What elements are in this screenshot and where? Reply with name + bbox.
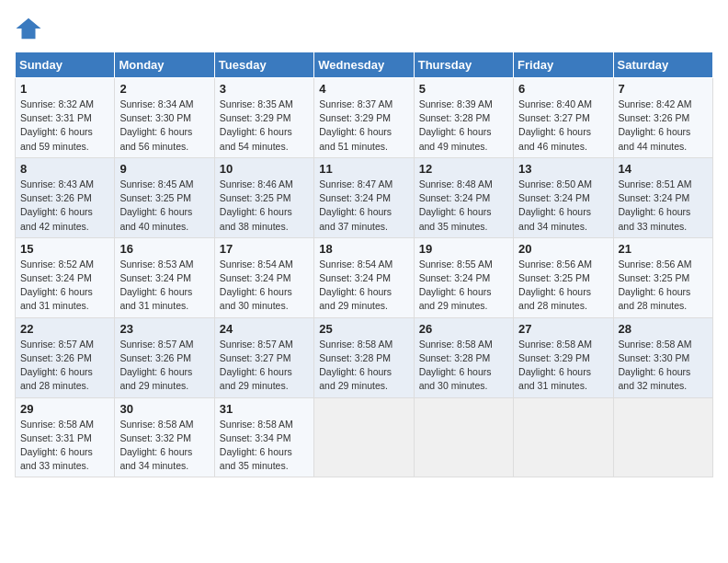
calendar-cell: 9Sunrise: 8:45 AMSunset: 3:25 PMDaylight… xyxy=(115,157,214,237)
calendar-cell: 20Sunrise: 8:56 AMSunset: 3:25 PMDayligh… xyxy=(514,237,613,317)
calendar-cell: 7Sunrise: 8:42 AMSunset: 3:26 PMDaylight… xyxy=(613,78,712,158)
calendar-header-row: SundayMondayTuesdayWednesdayThursdayFrid… xyxy=(16,52,713,78)
calendar-cell: 29Sunrise: 8:58 AMSunset: 3:31 PMDayligh… xyxy=(16,397,115,477)
day-number: 21 xyxy=(619,242,708,256)
header-monday: Monday xyxy=(115,52,214,78)
day-info: Sunrise: 8:35 AMSunset: 3:29 PMDaylight:… xyxy=(220,98,309,154)
day-number: 30 xyxy=(119,402,209,416)
calendar-cell: 5Sunrise: 8:39 AMSunset: 3:28 PMDaylight… xyxy=(414,78,513,158)
day-number: 13 xyxy=(518,162,608,176)
calendar-cell: 8Sunrise: 8:43 AMSunset: 3:26 PMDaylight… xyxy=(16,157,115,237)
header-sunday: Sunday xyxy=(16,52,115,78)
calendar-cell: 26Sunrise: 8:58 AMSunset: 3:28 PMDayligh… xyxy=(414,317,513,397)
day-number: 15 xyxy=(20,242,109,256)
day-info: Sunrise: 8:58 AMSunset: 3:32 PMDaylight:… xyxy=(119,418,209,474)
calendar-cell: 21Sunrise: 8:56 AMSunset: 3:25 PMDayligh… xyxy=(613,237,712,317)
day-number: 6 xyxy=(518,82,608,96)
calendar-cell: 13Sunrise: 8:50 AMSunset: 3:24 PMDayligh… xyxy=(514,157,613,237)
logo-icon xyxy=(15,15,42,42)
calendar-week-row: 15Sunrise: 8:52 AMSunset: 3:24 PMDayligh… xyxy=(16,237,713,317)
day-number: 28 xyxy=(619,322,708,336)
calendar-cell: 3Sunrise: 8:35 AMSunset: 3:29 PMDaylight… xyxy=(214,78,313,158)
day-info: Sunrise: 8:40 AMSunset: 3:27 PMDaylight:… xyxy=(518,98,608,154)
calendar-cell xyxy=(314,397,414,477)
calendar-cell: 1Sunrise: 8:32 AMSunset: 3:31 PMDaylight… xyxy=(16,78,115,158)
day-number: 25 xyxy=(319,322,408,336)
day-info: Sunrise: 8:56 AMSunset: 3:25 PMDaylight:… xyxy=(518,258,608,314)
day-info: Sunrise: 8:51 AMSunset: 3:24 PMDaylight:… xyxy=(619,178,708,234)
day-number: 4 xyxy=(319,82,408,96)
day-number: 18 xyxy=(319,242,408,256)
day-number: 22 xyxy=(20,322,109,336)
calendar-cell xyxy=(514,397,613,477)
day-info: Sunrise: 8:56 AMSunset: 3:25 PMDaylight:… xyxy=(619,258,708,314)
day-info: Sunrise: 8:57 AMSunset: 3:27 PMDaylight:… xyxy=(220,338,309,394)
day-info: Sunrise: 8:39 AMSunset: 3:28 PMDaylight:… xyxy=(419,98,508,154)
day-info: Sunrise: 8:37 AMSunset: 3:29 PMDaylight:… xyxy=(319,98,408,154)
calendar-cell: 18Sunrise: 8:54 AMSunset: 3:24 PMDayligh… xyxy=(314,237,414,317)
day-number: 14 xyxy=(619,162,708,176)
day-info: Sunrise: 8:58 AMSunset: 3:31 PMDaylight:… xyxy=(20,418,109,474)
calendar-cell: 4Sunrise: 8:37 AMSunset: 3:29 PMDaylight… xyxy=(314,78,414,158)
calendar-cell: 16Sunrise: 8:53 AMSunset: 3:24 PMDayligh… xyxy=(115,237,214,317)
day-number: 10 xyxy=(220,162,309,176)
day-number: 24 xyxy=(220,322,309,336)
day-info: Sunrise: 8:58 AMSunset: 3:28 PMDaylight:… xyxy=(419,338,508,394)
day-number: 27 xyxy=(518,322,608,336)
day-info: Sunrise: 8:53 AMSunset: 3:24 PMDaylight:… xyxy=(119,258,209,314)
day-number: 12 xyxy=(419,162,508,176)
day-info: Sunrise: 8:50 AMSunset: 3:24 PMDaylight:… xyxy=(518,178,608,234)
header-tuesday: Tuesday xyxy=(214,52,313,78)
calendar-cell: 11Sunrise: 8:47 AMSunset: 3:24 PMDayligh… xyxy=(314,157,414,237)
calendar-cell: 30Sunrise: 8:58 AMSunset: 3:32 PMDayligh… xyxy=(115,397,214,477)
day-info: Sunrise: 8:57 AMSunset: 3:26 PMDaylight:… xyxy=(119,338,209,394)
day-info: Sunrise: 8:32 AMSunset: 3:31 PMDaylight:… xyxy=(20,98,109,154)
day-number: 1 xyxy=(20,82,109,96)
calendar-table: SundayMondayTuesdayWednesdayThursdayFrid… xyxy=(15,52,713,477)
calendar-cell: 10Sunrise: 8:46 AMSunset: 3:25 PMDayligh… xyxy=(214,157,313,237)
calendar-cell: 22Sunrise: 8:57 AMSunset: 3:26 PMDayligh… xyxy=(16,317,115,397)
day-number: 8 xyxy=(20,162,109,176)
day-number: 5 xyxy=(419,82,508,96)
calendar-week-row: 29Sunrise: 8:58 AMSunset: 3:31 PMDayligh… xyxy=(16,397,713,477)
calendar-week-row: 1Sunrise: 8:32 AMSunset: 3:31 PMDaylight… xyxy=(16,78,713,158)
day-info: Sunrise: 8:55 AMSunset: 3:24 PMDaylight:… xyxy=(419,258,508,314)
svg-marker-0 xyxy=(17,18,41,40)
calendar-cell: 19Sunrise: 8:55 AMSunset: 3:24 PMDayligh… xyxy=(414,237,513,317)
calendar-cell: 23Sunrise: 8:57 AMSunset: 3:26 PMDayligh… xyxy=(115,317,214,397)
calendar-cell: 24Sunrise: 8:57 AMSunset: 3:27 PMDayligh… xyxy=(214,317,313,397)
day-info: Sunrise: 8:48 AMSunset: 3:24 PMDaylight:… xyxy=(419,178,508,234)
header-wednesday: Wednesday xyxy=(314,52,414,78)
day-info: Sunrise: 8:34 AMSunset: 3:30 PMDaylight:… xyxy=(119,98,209,154)
day-number: 17 xyxy=(220,242,309,256)
logo xyxy=(15,15,46,42)
calendar-cell xyxy=(613,397,712,477)
day-number: 11 xyxy=(319,162,408,176)
calendar-cell: 27Sunrise: 8:58 AMSunset: 3:29 PMDayligh… xyxy=(514,317,613,397)
day-info: Sunrise: 8:57 AMSunset: 3:26 PMDaylight:… xyxy=(20,338,109,394)
page-header xyxy=(15,15,713,42)
day-number: 19 xyxy=(419,242,508,256)
calendar-cell: 28Sunrise: 8:58 AMSunset: 3:30 PMDayligh… xyxy=(613,317,712,397)
day-info: Sunrise: 8:58 AMSunset: 3:34 PMDaylight:… xyxy=(220,418,309,474)
day-number: 20 xyxy=(518,242,608,256)
day-number: 31 xyxy=(220,402,309,416)
day-number: 7 xyxy=(619,82,708,96)
day-info: Sunrise: 8:54 AMSunset: 3:24 PMDaylight:… xyxy=(220,258,309,314)
calendar-cell: 31Sunrise: 8:58 AMSunset: 3:34 PMDayligh… xyxy=(214,397,313,477)
header-saturday: Saturday xyxy=(613,52,712,78)
day-number: 2 xyxy=(119,82,209,96)
day-number: 16 xyxy=(119,242,209,256)
day-info: Sunrise: 8:58 AMSunset: 3:28 PMDaylight:… xyxy=(319,338,408,394)
header-friday: Friday xyxy=(514,52,613,78)
day-info: Sunrise: 8:43 AMSunset: 3:26 PMDaylight:… xyxy=(20,178,109,234)
calendar-week-row: 22Sunrise: 8:57 AMSunset: 3:26 PMDayligh… xyxy=(16,317,713,397)
day-number: 23 xyxy=(119,322,209,336)
calendar-cell: 17Sunrise: 8:54 AMSunset: 3:24 PMDayligh… xyxy=(214,237,313,317)
day-number: 29 xyxy=(20,402,109,416)
day-number: 3 xyxy=(220,82,309,96)
day-info: Sunrise: 8:45 AMSunset: 3:25 PMDaylight:… xyxy=(119,178,209,234)
calendar-cell: 6Sunrise: 8:40 AMSunset: 3:27 PMDaylight… xyxy=(514,78,613,158)
calendar-cell: 12Sunrise: 8:48 AMSunset: 3:24 PMDayligh… xyxy=(414,157,513,237)
calendar-cell xyxy=(414,397,513,477)
